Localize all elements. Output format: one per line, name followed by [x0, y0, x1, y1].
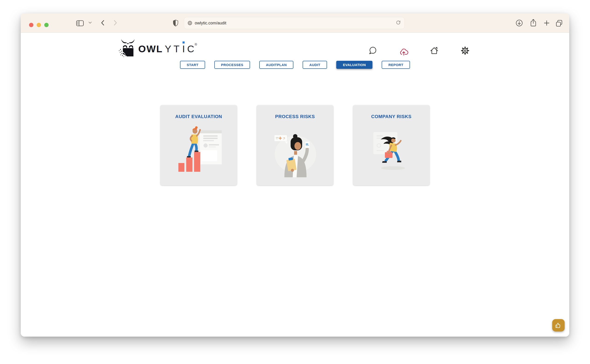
company-risks-illustration [365, 122, 418, 177]
tab-overview-icon [555, 19, 563, 27]
traffic-lights [29, 23, 49, 27]
card-company-risks[interactable]: COMPANY RISKS [353, 105, 430, 185]
minimize-window-button[interactable] [37, 23, 41, 27]
process-risks-illustration: ? [268, 122, 322, 177]
page-content: OWLYTIC® [21, 33, 569, 337]
chevron-down-icon [88, 22, 92, 24]
chat-icon [368, 46, 378, 55]
registered-mark: ® [195, 43, 197, 46]
browser-toolbar: owlytic.com/audit [21, 13, 569, 33]
home-icon [429, 46, 439, 55]
new-tab-icon [544, 20, 550, 26]
reload-icon [396, 20, 401, 26]
tab-audit[interactable]: AUDIT [303, 61, 327, 69]
tab-start[interactable]: START [180, 61, 205, 69]
audit-evaluation-illustration [172, 122, 225, 177]
logo-text-end: C [187, 44, 194, 54]
logo-text-bold: OWL [138, 44, 163, 54]
forward-button[interactable] [113, 20, 118, 26]
tab-evaluation[interactable]: EVALUATION [336, 61, 372, 69]
browser-window: owlytic.com/audit [21, 13, 569, 337]
reload-button[interactable] [396, 20, 401, 26]
shield-icon [173, 20, 178, 26]
downloads-button[interactable] [515, 19, 523, 27]
address-bar[interactable]: owlytic.com/audit [184, 17, 405, 29]
new-tab-button[interactable] [544, 20, 550, 26]
tab-auditplan[interactable]: AUDITPLAN [259, 61, 293, 69]
card-title: AUDIT EVALUATION [160, 114, 237, 119]
card-audit-evaluation[interactable]: AUDIT EVALUATION [160, 105, 237, 185]
cloud-upload-icon [399, 48, 409, 56]
zoom-window-button[interactable] [44, 23, 49, 27]
globe-icon [187, 20, 192, 26]
owl-icon [119, 38, 137, 57]
settings-button[interactable] [460, 46, 470, 56]
svg-text:?: ? [283, 136, 285, 140]
card-title: COMPANY RISKS [353, 114, 430, 119]
tab-report[interactable]: REPORT [382, 61, 410, 69]
home-button[interactable] [429, 46, 439, 56]
logo-wordmark: OWLYTIC® [138, 44, 197, 54]
sidebar-toggle-button[interactable] [76, 20, 84, 27]
cloud-upload-button[interactable] [399, 47, 409, 57]
share-icon [530, 19, 537, 27]
sidebar-icon [76, 20, 84, 27]
desktop-background: owlytic.com/audit [0, 0, 590, 364]
card-row: AUDIT EVALUATION [21, 105, 569, 185]
forward-icon [113, 20, 118, 26]
back-button[interactable] [100, 20, 105, 26]
privacy-report-button[interactable] [173, 20, 178, 26]
sidebar-menu-chevron[interactable] [88, 22, 92, 24]
chat-button[interactable] [368, 46, 378, 56]
settings-gear-icon [460, 46, 470, 55]
logo-letter-i: I [182, 44, 185, 54]
url-text: owlytic.com/audit [195, 21, 393, 26]
owlytic-logo[interactable]: OWLYTIC® [119, 38, 197, 57]
card-title: PROCESS RISKS [257, 114, 333, 119]
download-icon [515, 19, 523, 27]
tab-overview-button[interactable] [555, 19, 563, 27]
logo-text-light: YT [165, 44, 182, 54]
back-icon [100, 20, 105, 26]
close-window-button[interactable] [29, 23, 33, 27]
thumbs-up-icon [555, 322, 562, 329]
feedback-fab-button[interactable] [552, 319, 565, 332]
share-button[interactable] [530, 19, 537, 27]
main-nav: START PROCESSES AUDITPLAN AUDIT EVALUATI… [21, 61, 569, 69]
card-process-risks[interactable]: PROCESS RISKS ? [257, 105, 333, 185]
tab-processes[interactable]: PROCESSES [214, 61, 250, 69]
